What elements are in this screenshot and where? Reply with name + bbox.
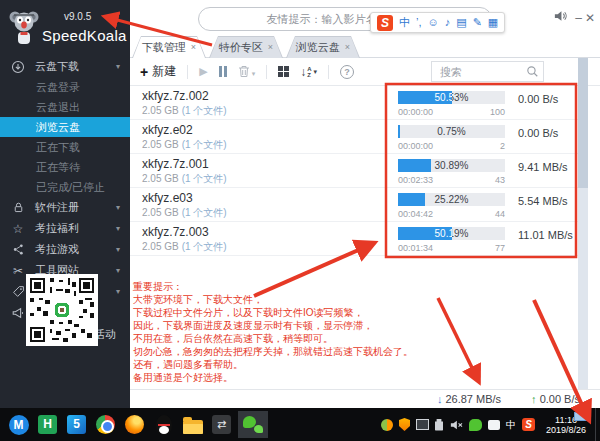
- sogou-logo-icon[interactable]: S: [377, 15, 393, 31]
- tab-close-icon[interactable]: ×: [268, 42, 273, 52]
- titlebar: S 中 ’, ☺ ♪ ▤ ✎ ▦ – ✕: [130, 0, 600, 36]
- scrollbar-thumb[interactable]: [578, 58, 588, 188]
- show-desktop-button[interactable]: [595, 408, 600, 441]
- scissors-icon: ✂: [10, 263, 26, 279]
- taskbar-app-qq[interactable]: [151, 411, 176, 438]
- tab-download-manager[interactable]: 下载管理×: [132, 36, 206, 58]
- file-size: 2.05 GB: [142, 139, 179, 150]
- ime-keyboard-icon[interactable]: ▤: [456, 17, 466, 28]
- progress-bar: 0.75% 0.75%: [398, 125, 505, 138]
- sidebar-item-cloud-download[interactable]: 云盘下载 ▾: [0, 56, 130, 77]
- ime-emoji-icon[interactable]: ☺: [428, 17, 439, 28]
- file-size: 2.05 GB: [142, 241, 179, 252]
- sidebar-item-cloud-login[interactable]: 云盘登录: [0, 77, 130, 97]
- download-row[interactable]: xkfyz.e03 2.05 GB(1 个文件) 25.22% 25.22% 0…: [130, 188, 578, 222]
- chevron-down-icon: ▾: [116, 203, 120, 212]
- firefox-icon: [125, 415, 144, 434]
- sidebar-item-finished-stopped[interactable]: 已完成/已停止: [0, 177, 130, 197]
- taskbar-app-wechat[interactable]: [238, 411, 268, 438]
- sort-arrow-icon: ↓: [300, 66, 306, 78]
- ime-voice-icon[interactable]: ♪: [445, 17, 451, 28]
- file-name: xkfyz.e02: [142, 123, 193, 137]
- tray-antivirus-icon[interactable]: [381, 419, 393, 431]
- download-row[interactable]: xkfyz.7z.002 2.05 GB(1 个文件) 50.53% 50.53…: [130, 86, 578, 120]
- progress-fill: 0.75%: [398, 125, 400, 138]
- vertical-scrollbar[interactable]: [578, 58, 588, 389]
- ime-punctuation-icon[interactable]: ’,: [416, 17, 422, 28]
- sidebar-item-downloading[interactable]: 正在下载: [0, 137, 130, 157]
- taskbar-app-green[interactable]: [272, 411, 297, 438]
- cloud-download-icon: [10, 59, 26, 75]
- progress-bar: 50.53% 50.53%: [398, 91, 505, 104]
- tray-sogou-icon[interactable]: S: [522, 418, 535, 431]
- download-row[interactable]: xkfyz.7z.001 2.05 GB(1 个文件) 30.89% 30.89…: [130, 154, 578, 188]
- connection-count: 2: [398, 141, 505, 151]
- tray-ime-mode[interactable]: 中: [506, 419, 516, 431]
- minimize-button[interactable]: –: [575, 10, 582, 26]
- taskbar-app-h[interactable]: H: [35, 411, 60, 438]
- tray-shield-icon[interactable]: [399, 418, 410, 431]
- taskbar-app-115[interactable]: 5: [64, 411, 89, 438]
- sidebar-item-cloud-logout[interactable]: 云盘退出: [0, 97, 130, 117]
- progress-percent: 0.75%: [398, 125, 505, 138]
- download-list: xkfyz.7z.002 2.05 GB(1 个文件) 50.53% 50.53…: [130, 86, 578, 256]
- app-name: SpeedKoala: [42, 27, 127, 44]
- tag-icon: [10, 284, 26, 300]
- sound-icon[interactable]: [553, 9, 568, 23]
- tab-close-icon[interactable]: ×: [191, 42, 196, 52]
- tray-flyout-window[interactable]: [574, 412, 590, 421]
- ime-chinese-mode-icon[interactable]: 中: [399, 17, 410, 28]
- download-row[interactable]: xkfyz.e02 2.05 GB(1 个文件) 0.75% 0.75% 00:…: [130, 120, 578, 154]
- taskbar-app-explorer[interactable]: [180, 411, 205, 438]
- file-count: (1 个文件): [182, 139, 227, 150]
- sidebar-item-register[interactable]: 软件注册 ▾: [0, 197, 130, 218]
- download-speed: 9.41 MB/s: [518, 161, 568, 173]
- close-button[interactable]: ✕: [585, 10, 595, 26]
- wechat-icon: [243, 416, 264, 434]
- connection-count: 100: [398, 107, 505, 117]
- sidebar-item-browse-cloud[interactable]: 浏览云盘: [0, 117, 130, 137]
- tray-mute-icon[interactable]: [449, 419, 463, 431]
- tray-wechat-icon[interactable]: [469, 419, 482, 431]
- ime-toolbar: S 中 ’, ☺ ♪ ▤ ✎ ▦: [370, 12, 505, 33]
- chevron-down-icon: ▾: [314, 68, 318, 76]
- sidebar-item-waiting[interactable]: 正在等待: [0, 157, 130, 177]
- tray-monitor-icon[interactable]: [416, 419, 429, 430]
- file-name: xkfyz.7z.001: [142, 157, 209, 171]
- download-speed: 11.01 MB/s: [518, 229, 573, 241]
- lock-icon: [10, 200, 26, 216]
- connection-count: 77: [398, 243, 505, 253]
- start-button[interactable]: ▶: [199, 66, 207, 77]
- tab-bar: 下载管理× 特价专区× 浏览云盘×: [130, 36, 600, 58]
- plus-icon: +: [140, 65, 148, 79]
- file-size: 2.05 GB: [142, 207, 179, 218]
- chevron-down-icon: ▾: [116, 287, 120, 296]
- tab-close-icon[interactable]: ×: [345, 42, 350, 52]
- view-grid-button[interactable]: [278, 66, 289, 77]
- chevron-down-icon: ▾: [116, 62, 120, 71]
- download-row[interactable]: xkfyz.7z.003 2.05 GB(1 个文件) 50.19% 50.19…: [130, 222, 578, 256]
- pause-button[interactable]: [219, 66, 227, 77]
- folder-icon: [183, 420, 203, 434]
- ime-handwriting-icon[interactable]: ✎: [473, 17, 482, 28]
- sort-button[interactable]: ↓ AZ ▾: [300, 66, 317, 78]
- file-size: 2.05 GB: [142, 105, 179, 116]
- help-button[interactable]: ?: [340, 65, 354, 79]
- sidebar-item-welfare[interactable]: ☆ 考拉福利 ▾: [0, 218, 130, 239]
- ime-toolbox-icon[interactable]: ▦: [488, 17, 498, 28]
- delete-button[interactable]: ▾: [238, 65, 256, 78]
- tray-message-icon[interactable]: [488, 420, 500, 430]
- taskbar-app-m[interactable]: M: [6, 411, 31, 438]
- file-count: (1 个文件): [182, 241, 227, 252]
- tray-usb-icon[interactable]: [435, 419, 443, 431]
- tab-special-zone[interactable]: 特价专区×: [209, 36, 283, 58]
- new-task-button[interactable]: + 新建: [140, 63, 176, 80]
- sidebar-item-games[interactable]: 考拉游戏 ▾: [0, 239, 130, 260]
- connection-count: 43: [398, 175, 505, 185]
- taskbar-app-sync[interactable]: [209, 411, 234, 438]
- taskbar-app-firefox[interactable]: [122, 411, 147, 438]
- taskbar-app-chrome[interactable]: [93, 411, 118, 438]
- chevron-down-icon: ▾: [116, 245, 120, 254]
- tab-browse-cloud[interactable]: 浏览云盘×: [286, 36, 360, 58]
- list-search-box: [431, 61, 544, 82]
